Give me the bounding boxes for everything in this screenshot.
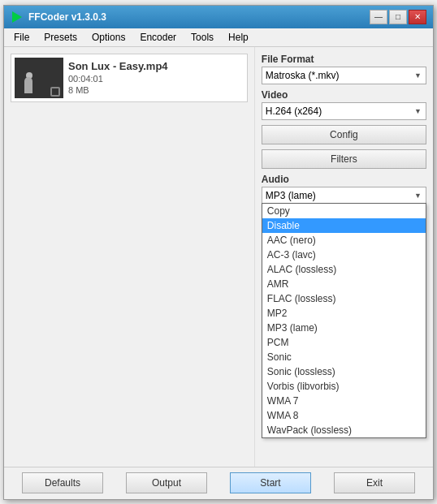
output-button[interactable]: Output bbox=[126, 472, 207, 493]
file-size: 8 MB bbox=[68, 85, 168, 95]
file-format-dropdown-wrapper: Matroska (*.mkv) bbox=[262, 67, 426, 84]
file-duration: 00:04:01 bbox=[68, 74, 168, 84]
audio-option-7[interactable]: MP2 bbox=[262, 306, 426, 321]
audio-dropdown-list: CopyDisableAAC (nero)AC-3 (lavc)ALAC (lo… bbox=[262, 203, 426, 438]
menu-tools[interactable]: Tools bbox=[184, 30, 220, 45]
video-dropdown-wrapper: H.264 (x264) bbox=[262, 102, 426, 120]
file-format-section: File Format Matroska (*.mkv) bbox=[262, 54, 426, 84]
audio-option-3[interactable]: AC-3 (lavc) bbox=[262, 248, 426, 262]
window-controls: — □ ✕ bbox=[370, 10, 426, 24]
bottom-bar: Defaults Output Start Exit bbox=[4, 467, 433, 499]
maximize-button[interactable]: □ bbox=[389, 10, 407, 24]
audio-dropdown[interactable]: MP3 (lame) bbox=[262, 187, 426, 205]
menu-help[interactable]: Help bbox=[222, 30, 255, 45]
audio-option-11[interactable]: Sonic (lossless) bbox=[262, 364, 426, 379]
audio-option-6[interactable]: FLAC (lossless) bbox=[262, 291, 426, 306]
audio-option-15[interactable]: WavPack (lossless) bbox=[262, 423, 426, 437]
file-format-dropdown[interactable]: Matroska (*.mkv) bbox=[262, 67, 426, 84]
figure-body bbox=[24, 77, 32, 93]
config-button[interactable]: Config bbox=[262, 125, 426, 144]
video-dropdown[interactable]: H.264 (x264) bbox=[262, 102, 426, 120]
exit-button[interactable]: Exit bbox=[334, 472, 415, 493]
audio-option-10[interactable]: Sonic bbox=[262, 350, 426, 364]
app-icon bbox=[11, 11, 24, 24]
audio-dropdown-wrapper: MP3 (lame) bbox=[262, 187, 426, 205]
audio-option-9[interactable]: PCM bbox=[262, 335, 426, 350]
audio-options-list: CopyDisableAAC (nero)AC-3 (lavc)ALAC (lo… bbox=[262, 204, 426, 437]
audio-option-8[interactable]: MP3 (lame) bbox=[262, 321, 426, 335]
right-panel: File Format Matroska (*.mkv) Video H.264… bbox=[255, 47, 433, 467]
audio-label: Audio bbox=[262, 174, 426, 185]
audio-option-1[interactable]: Disable bbox=[262, 218, 426, 233]
audio-section: Audio MP3 (lame) bbox=[262, 174, 426, 205]
file-name: Son Lux - Easy.mp4 bbox=[68, 60, 168, 72]
menu-presets[interactable]: Presets bbox=[37, 30, 84, 45]
left-panel: Son Lux - Easy.mp4 00:04:01 8 MB bbox=[4, 47, 255, 467]
audio-option-5[interactable]: AMR bbox=[262, 277, 426, 291]
main-content: Son Lux - Easy.mp4 00:04:01 8 MB File Fo… bbox=[4, 47, 433, 467]
menu-bar: File Presets Options Encoder Tools Help bbox=[4, 28, 433, 47]
file-format-label: File Format bbox=[262, 54, 426, 65]
main-window: FFCoder v1.3.0.3 — □ ✕ File Presets Opti… bbox=[3, 5, 434, 500]
menu-options[interactable]: Options bbox=[85, 30, 132, 45]
title-bar: FFCoder v1.3.0.3 — □ ✕ bbox=[4, 6, 433, 28]
close-button[interactable]: ✕ bbox=[409, 10, 426, 24]
audio-option-4[interactable]: ALAC (lossless) bbox=[262, 262, 426, 277]
audio-option-13[interactable]: WMA 7 bbox=[262, 394, 426, 408]
audio-option-2[interactable]: AAC (nero) bbox=[262, 233, 426, 248]
menu-encoder[interactable]: Encoder bbox=[133, 30, 183, 45]
audio-option-12[interactable]: Vorbis (libvorbis) bbox=[262, 379, 426, 394]
menu-file[interactable]: File bbox=[7, 30, 36, 45]
start-button[interactable]: Start bbox=[230, 472, 311, 493]
filters-button[interactable]: Filters bbox=[262, 149, 426, 169]
video-section: Video H.264 (x264) bbox=[262, 89, 426, 120]
minimize-button[interactable]: — bbox=[370, 10, 387, 24]
defaults-button[interactable]: Defaults bbox=[22, 472, 103, 493]
lock-icon bbox=[50, 87, 60, 97]
audio-option-14[interactable]: WMA 8 bbox=[262, 408, 426, 423]
thumbnail bbox=[15, 58, 63, 98]
window-title: FFCoder v1.3.0.3 bbox=[28, 11, 370, 23]
audio-option-0[interactable]: Copy bbox=[262, 204, 426, 218]
file-info: Son Lux - Easy.mp4 00:04:01 8 MB bbox=[68, 60, 168, 95]
file-entry: Son Lux - Easy.mp4 00:04:01 8 MB bbox=[11, 54, 248, 102]
video-label: Video bbox=[262, 89, 426, 101]
play-icon bbox=[12, 11, 22, 23]
